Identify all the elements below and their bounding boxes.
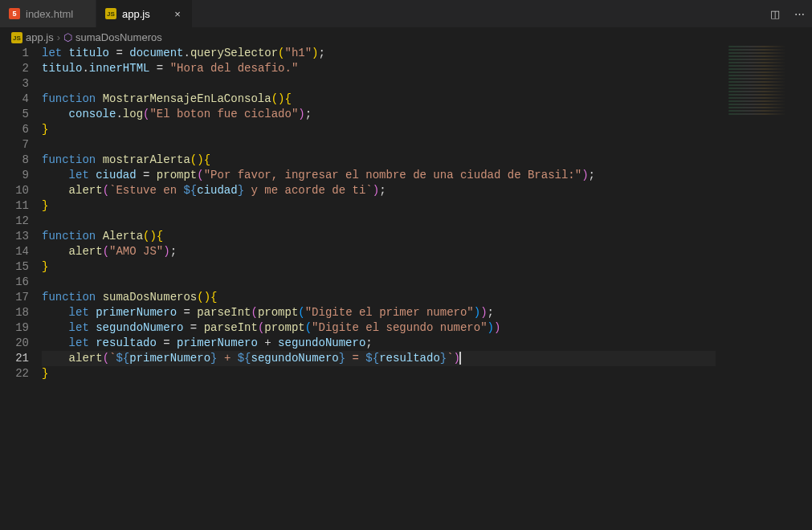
code-line[interactable]: titulo.innerHTML = "Hora del desafio." — [42, 61, 716, 76]
line-number: 16 — [0, 275, 29, 290]
line-number: 21 — [0, 351, 29, 366]
split-editor-icon[interactable]: ◫ — [767, 8, 783, 20]
code-line[interactable]: console.log("El boton fue ciclado"); — [42, 107, 716, 122]
line-number: 6 — [0, 122, 29, 137]
code-line[interactable]: function sumaDosNumeros(){ — [42, 290, 716, 305]
code-line[interactable]: function mostrarAlerta(){ — [42, 153, 716, 168]
code-line[interactable]: } — [42, 259, 716, 275]
tab-label: app.js — [122, 8, 171, 20]
tab-bar: 5 index.html JS app.js × ◫ ⋯ — [0, 0, 812, 28]
line-number: 13 — [0, 229, 29, 244]
chevron-right-icon: › — [57, 31, 60, 43]
code-line[interactable]: let ciudad = prompt("Por favor, ingresar… — [42, 168, 716, 183]
symbol-method-icon: ⬡ — [63, 31, 72, 43]
more-actions-icon[interactable]: ⋯ — [791, 8, 807, 20]
code-content[interactable]: let titulo = document.querySelector("h1"… — [42, 46, 812, 530]
code-line[interactable]: } — [42, 198, 716, 214]
line-number: 5 — [0, 107, 29, 122]
tab-actions: ◫ ⋯ — [767, 0, 812, 27]
breadcrumb[interactable]: JS app.js › ⬡ sumaDosNumeros — [0, 28, 812, 46]
line-number: 15 — [0, 259, 29, 275]
line-number: 18 — [0, 305, 29, 320]
code-line[interactable]: function MostrarMensajeEnLaConsola(){ — [42, 92, 716, 107]
tab-index-html[interactable]: 5 index.html — [0, 0, 96, 27]
js-file-icon: JS — [104, 7, 117, 20]
breadcrumb-file[interactable]: app.js — [26, 31, 54, 43]
close-icon[interactable]: × — [171, 8, 184, 20]
line-number: 7 — [0, 137, 29, 153]
line-number: 20 — [0, 336, 29, 351]
minimap[interactable] — [728, 46, 801, 142]
line-number: 10 — [0, 183, 29, 198]
breadcrumb-symbol[interactable]: sumaDosNumeros — [75, 31, 162, 43]
line-number: 2 — [0, 61, 29, 76]
code-line[interactable] — [42, 76, 716, 92]
line-number-gutter: 12345678910111213141516171819202122 — [0, 46, 42, 530]
line-number: 3 — [0, 76, 29, 92]
code-line[interactable]: alert(`Estuve en ${ciudad} y me acorde d… — [42, 183, 716, 198]
code-line[interactable] — [42, 275, 716, 290]
line-number: 9 — [0, 168, 29, 183]
code-line[interactable]: function Alerta(){ — [42, 229, 716, 244]
code-line[interactable]: let resultado = primerNumero + segundoNu… — [42, 336, 716, 351]
code-line[interactable]: let titulo = document.querySelector("h1"… — [42, 46, 716, 61]
code-line[interactable]: alert(`${primerNumero} + ${segundoNumero… — [42, 351, 716, 366]
line-number: 8 — [0, 153, 29, 168]
code-line[interactable] — [42, 214, 716, 229]
tab-app-js[interactable]: JS app.js × — [96, 0, 193, 27]
code-line[interactable]: alert("AMO JS"); — [42, 244, 716, 259]
code-line[interactable]: } — [42, 122, 716, 137]
line-number: 22 — [0, 366, 29, 381]
code-line[interactable] — [42, 137, 716, 153]
code-line[interactable]: } — [42, 366, 716, 381]
code-line[interactable]: let primerNumero = parseInt(prompt("Digi… — [42, 305, 716, 320]
line-number: 14 — [0, 244, 29, 259]
line-number: 12 — [0, 214, 29, 229]
code-line[interactable]: let segundoNumero = parseInt(prompt("Dig… — [42, 320, 716, 336]
js-file-icon: JS — [11, 31, 22, 44]
line-number: 11 — [0, 198, 29, 214]
line-number: 1 — [0, 46, 29, 61]
code-editor[interactable]: 12345678910111213141516171819202122 let … — [0, 46, 812, 530]
line-number: 17 — [0, 290, 29, 305]
line-number: 19 — [0, 320, 29, 336]
html-file-icon: 5 — [8, 7, 21, 20]
line-number: 4 — [0, 92, 29, 107]
tab-label: index.html — [26, 8, 88, 20]
